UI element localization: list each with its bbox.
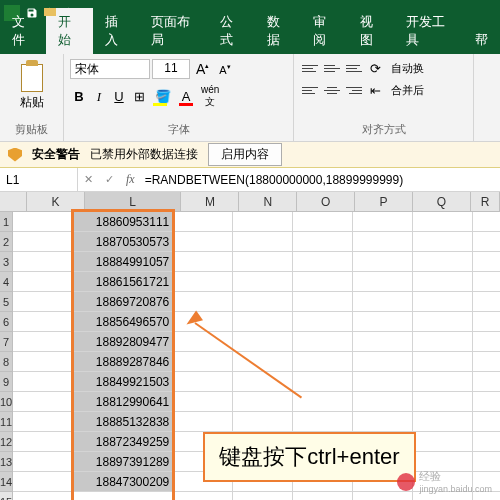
cell-O6[interactable] [293, 312, 353, 332]
tab-formulas[interactable]: 公式 [208, 8, 254, 54]
col-header-O[interactable]: O [297, 192, 355, 211]
cell-L3[interactable]: 18884991057 [73, 252, 173, 272]
cell-K2[interactable] [13, 232, 73, 252]
fx-icon[interactable]: fx [120, 172, 141, 187]
cell-P1[interactable] [353, 212, 413, 232]
cell-M1[interactable] [173, 212, 233, 232]
cell-Q5[interactable] [413, 292, 473, 312]
cell-R2[interactable] [473, 232, 500, 252]
cell-Q8[interactable] [413, 352, 473, 372]
cell-O7[interactable] [293, 332, 353, 352]
cell-L11[interactable]: 18885132838 [73, 412, 173, 432]
orientation-button[interactable]: ⟳ [366, 59, 385, 78]
select-all-corner[interactable] [0, 192, 27, 211]
cell-O5[interactable] [293, 292, 353, 312]
cell-P11[interactable] [353, 412, 413, 432]
cell-O3[interactable] [293, 252, 353, 272]
cell-O1[interactable] [293, 212, 353, 232]
cell-R7[interactable] [473, 332, 500, 352]
cell-L1[interactable]: 18860953111 [73, 212, 173, 232]
formula-input[interactable]: =RANDBETWEEN(18800000000,18899999999) [141, 173, 404, 187]
cell-L13[interactable]: 18897391289 [73, 452, 173, 472]
align-bottom-button[interactable] [344, 59, 364, 77]
cell-R6[interactable] [473, 312, 500, 332]
cell-M15[interactable] [173, 492, 233, 500]
cell-P8[interactable] [353, 352, 413, 372]
tab-review[interactable]: 审阅 [301, 8, 347, 54]
cell-L8[interactable]: 18889287846 [73, 352, 173, 372]
col-header-K[interactable]: K [27, 192, 85, 211]
font-size-select[interactable]: 11 [152, 59, 190, 79]
cell-K7[interactable] [13, 332, 73, 352]
cell-K8[interactable] [13, 352, 73, 372]
row-header-10[interactable]: 10 [0, 392, 13, 412]
cell-L14[interactable]: 18847300209 [73, 472, 173, 492]
cell-O9[interactable] [293, 372, 353, 392]
cell-Q4[interactable] [413, 272, 473, 292]
cell-Q9[interactable] [413, 372, 473, 392]
cell-R10[interactable] [473, 392, 500, 412]
cell-L7[interactable]: 18892809477 [73, 332, 173, 352]
cell-K4[interactable] [13, 272, 73, 292]
cell-L4[interactable]: 18861561721 [73, 272, 173, 292]
cell-R1[interactable] [473, 212, 500, 232]
tab-developer[interactable]: 开发工具 [394, 8, 463, 54]
cell-K15[interactable] [13, 492, 73, 500]
cell-L10[interactable]: 18812990641 [73, 392, 173, 412]
cell-Q2[interactable] [413, 232, 473, 252]
cell-Q7[interactable] [413, 332, 473, 352]
cell-O10[interactable] [293, 392, 353, 412]
cell-P5[interactable] [353, 292, 413, 312]
cell-P3[interactable] [353, 252, 413, 272]
cell-L6[interactable]: 18856496570 [73, 312, 173, 332]
align-middle-button[interactable] [322, 59, 342, 77]
row-header-4[interactable]: 4 [0, 272, 13, 292]
paste-button[interactable]: 粘贴 [6, 56, 57, 115]
cell-R5[interactable] [473, 292, 500, 312]
name-box[interactable]: L1 [0, 168, 78, 191]
align-center-button[interactable] [322, 81, 342, 99]
fill-color-button[interactable]: 🪣 [151, 87, 175, 106]
cell-Q12[interactable] [413, 432, 473, 452]
cell-M4[interactable] [173, 272, 233, 292]
cell-M5[interactable] [173, 292, 233, 312]
cell-L5[interactable]: 18869720876 [73, 292, 173, 312]
cancel-formula-button[interactable]: ✕ [78, 173, 99, 186]
cell-O2[interactable] [293, 232, 353, 252]
row-header-3[interactable]: 3 [0, 252, 13, 272]
cell-M9[interactable] [173, 372, 233, 392]
cell-Q6[interactable] [413, 312, 473, 332]
cell-Q1[interactable] [413, 212, 473, 232]
border-button[interactable]: ⊞ [130, 87, 149, 106]
row-header-15[interactable]: 15 [0, 492, 13, 500]
cell-R4[interactable] [473, 272, 500, 292]
cell-P6[interactable] [353, 312, 413, 332]
col-header-N[interactable]: N [239, 192, 297, 211]
cell-M3[interactable] [173, 252, 233, 272]
col-header-M[interactable]: M [181, 192, 239, 211]
cell-O4[interactable] [293, 272, 353, 292]
cell-M2[interactable] [173, 232, 233, 252]
align-right-button[interactable] [344, 81, 364, 99]
cell-M8[interactable] [173, 352, 233, 372]
tab-insert[interactable]: 插入 [93, 8, 139, 54]
font-name-select[interactable]: 宋体 [70, 59, 150, 79]
cell-K9[interactable] [13, 372, 73, 392]
tab-help[interactable]: 帮 [463, 26, 500, 54]
cell-R8[interactable] [473, 352, 500, 372]
cell-K1[interactable] [13, 212, 73, 232]
row-header-6[interactable]: 6 [0, 312, 13, 332]
row-header-5[interactable]: 5 [0, 292, 13, 312]
cell-K11[interactable] [13, 412, 73, 432]
cell-K12[interactable] [13, 432, 73, 452]
col-header-Q[interactable]: Q [413, 192, 471, 211]
cell-N9[interactable] [233, 372, 293, 392]
row-header-2[interactable]: 2 [0, 232, 13, 252]
cell-L12[interactable]: 18872349259 [73, 432, 173, 452]
format-painter-icon[interactable] [44, 8, 64, 16]
cell-O8[interactable] [293, 352, 353, 372]
cell-O11[interactable] [293, 412, 353, 432]
cell-Q11[interactable] [413, 412, 473, 432]
row-header-11[interactable]: 11 [0, 412, 13, 432]
cell-L9[interactable]: 18849921503 [73, 372, 173, 392]
